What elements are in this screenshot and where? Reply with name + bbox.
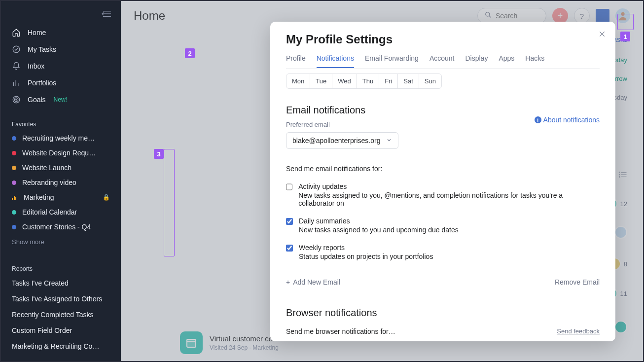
remove-email-link[interactable]: Remove Email: [555, 278, 600, 286]
bell-icon: [12, 62, 21, 71]
sidebar: Home My Tasks Inbox Portfolios Goals New…: [1, 1, 121, 361]
nav-portfolios[interactable]: Portfolios: [1, 74, 121, 91]
svg-point-7: [13, 96, 20, 103]
favorite-item[interactable]: Website Launch: [1, 160, 121, 175]
plus-icon: +: [286, 278, 290, 286]
nav-label: Goals: [28, 96, 46, 104]
nav-label: Home: [28, 29, 46, 36]
color-dot-icon: [12, 181, 16, 185]
nav-label: Inbox: [28, 62, 44, 70]
close-icon[interactable]: [599, 31, 606, 39]
report-item[interactable]: Recently Completed Tasks: [1, 307, 121, 323]
report-item[interactable]: Tasks I've Created: [1, 275, 121, 291]
svg-point-8: [14, 98, 18, 102]
info-icon: i: [535, 116, 541, 123]
checkbox-activity[interactable]: [286, 183, 292, 190]
new-badge: New!: [54, 96, 67, 103]
bars-mini-icon: [12, 194, 18, 200]
svg-point-3: [13, 46, 20, 53]
day-selector: Mon Tue Wed Thu Fri Sat Sun: [286, 73, 442, 89]
nav-goals[interactable]: Goals New!: [1, 91, 121, 108]
browser-sub-label: Send me browser notifications for…: [286, 327, 600, 335]
color-dot-icon: [12, 225, 16, 229]
tab-hacks[interactable]: Hacks: [525, 54, 544, 68]
chevron-down-icon: [386, 137, 392, 145]
about-notifications-link[interactable]: iAbout notifications: [535, 116, 600, 124]
favorite-item[interactable]: Rebranding video: [1, 175, 121, 190]
svg-point-9: [16, 99, 17, 100]
main-content: Home + ? See all my tasks Rebrandi…Today…: [121, 1, 643, 361]
home-icon: [12, 28, 21, 37]
bars-icon: [12, 78, 21, 87]
profile-settings-modal: My Profile Settings Profile Notification…: [270, 22, 615, 341]
check-circle-icon: [12, 45, 21, 54]
favorite-item[interactable]: Recruiting weekly meet…: [1, 131, 121, 145]
email-notifications-heading: Email notifications: [286, 105, 600, 116]
tab-display[interactable]: Display: [465, 54, 488, 68]
tab-notifications[interactable]: Notifications: [317, 54, 354, 68]
send-feedback-link[interactable]: Send feedback: [557, 327, 600, 335]
report-item[interactable]: Tasks I've Assigned to Others: [1, 291, 121, 307]
nav-label: My Tasks: [28, 45, 56, 53]
color-dot-icon: [12, 210, 16, 215]
reports-heading: Reports: [1, 258, 121, 275]
nav-label: Portfolios: [28, 79, 56, 87]
modal-title: My Profile Settings: [286, 33, 600, 46]
favorites-list: Recruiting weekly meet… Website Design R…: [1, 131, 121, 234]
day-sat[interactable]: Sat: [398, 74, 419, 88]
send-notifications-label: Send me email notifications for:: [286, 165, 600, 173]
option-daily-summaries: Daily summariesNew tasks assigned to you…: [286, 217, 592, 234]
checkbox-daily[interactable]: [286, 218, 293, 225]
annotation-2: 2: [185, 48, 195, 58]
lock-icon: 🔒: [103, 194, 110, 201]
nav-home[interactable]: Home: [1, 24, 121, 41]
report-item[interactable]: Marketing & Recruiting Co…: [1, 338, 121, 354]
favorite-item[interactable]: Marketing🔒: [1, 190, 121, 205]
nav-my-tasks[interactable]: My Tasks: [1, 41, 121, 58]
tab-account[interactable]: Account: [429, 54, 455, 68]
nav-inbox[interactable]: Inbox: [1, 58, 121, 74]
favorite-item[interactable]: Website Design Reque…: [1, 145, 121, 160]
browser-notifications-heading: Browser notifications: [286, 307, 600, 319]
tab-profile[interactable]: Profile: [286, 54, 306, 68]
sidebar-collapse-icon[interactable]: [101, 10, 112, 19]
favorite-item[interactable]: Editorial Calendar: [1, 205, 121, 219]
option-weekly-reports: Weekly reportsStatus updates on projects…: [286, 244, 592, 260]
day-sun[interactable]: Sun: [419, 74, 441, 88]
color-dot-icon: [12, 136, 16, 141]
report-item[interactable]: Custom Field Order: [1, 323, 121, 338]
add-email-link[interactable]: +Add New Email: [286, 278, 340, 286]
email-select[interactable]: blake@apolloenterprises.org: [286, 132, 398, 149]
tab-apps[interactable]: Apps: [499, 54, 514, 68]
show-more-link[interactable]: Show more: [1, 234, 121, 250]
day-wed[interactable]: Wed: [332, 74, 357, 88]
day-mon[interactable]: Mon: [286, 74, 310, 88]
day-thu[interactable]: Thu: [357, 74, 379, 88]
annotation-3: 3: [154, 149, 164, 159]
email-value: blake@apolloenterprises.org: [292, 137, 380, 145]
annotation-1: 1: [620, 32, 630, 41]
modal-tabs: Profile Notifications Email Forwarding A…: [286, 54, 600, 69]
favorite-item[interactable]: Customer Stories - Q4: [1, 219, 121, 234]
tab-email-forwarding[interactable]: Email Forwarding: [365, 54, 419, 68]
option-activity-updates: Activity updatesNew tasks assigned to yo…: [286, 182, 592, 207]
day-fri[interactable]: Fri: [379, 74, 398, 88]
checkbox-weekly[interactable]: [286, 245, 293, 252]
day-tue[interactable]: Tue: [310, 74, 332, 88]
color-dot-icon: [12, 166, 16, 170]
color-dot-icon: [12, 151, 16, 155]
favorites-heading: Favorites: [1, 114, 121, 131]
target-icon: [12, 95, 21, 104]
